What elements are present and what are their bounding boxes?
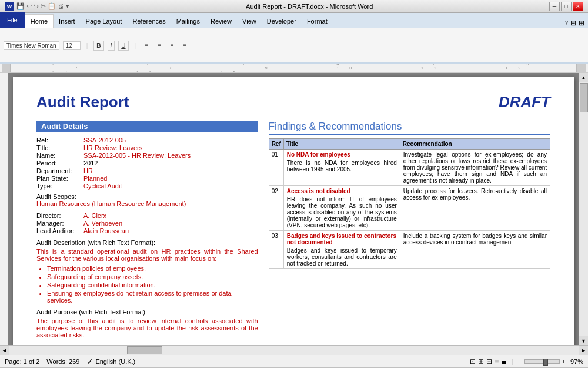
- finding-detail-02: HR does not inform IT of employees leavi…: [287, 196, 397, 228]
- view-btn-print[interactable]: ⊡: [470, 357, 476, 366]
- field-value-title: HR Review: Leavers: [83, 144, 142, 151]
- underline-btn[interactable]: U: [118, 41, 128, 51]
- app-icon: W: [5, 2, 14, 11]
- align-right-btn[interactable]: ≡: [168, 41, 177, 51]
- finding-title-text-02: Access is not disabled: [287, 188, 397, 194]
- table-row: 03 Badges and keys issued to contractors…: [269, 231, 550, 269]
- bold-btn[interactable]: B: [93, 41, 103, 51]
- zoom-level: 97%: [570, 358, 583, 365]
- bullet-3: Safeguarding confidential information.: [47, 281, 258, 289]
- close-button[interactable]: ✕: [573, 2, 583, 11]
- tab-insert[interactable]: Insert: [54, 15, 81, 28]
- scroll-down-btn[interactable]: ▼: [579, 336, 589, 345]
- lead-auditor-label: Lead Auditor:: [36, 227, 83, 234]
- align-left-btn[interactable]: ≡: [142, 41, 151, 51]
- align-center-btn[interactable]: ≡: [155, 41, 164, 51]
- field-value-name: SSA-2012-005 - HR Review: Leavers: [83, 152, 191, 159]
- tab-file[interactable]: File: [0, 12, 25, 28]
- zoom-slider[interactable]: [524, 359, 560, 364]
- scroll-left-btn[interactable]: ◄: [0, 346, 9, 355]
- language-indicator: ✓ English (U.K.): [86, 357, 135, 366]
- tab-developer[interactable]: Developer: [262, 15, 302, 28]
- findings-table: Ref Title Recommendation 01 No NDA for e…: [269, 138, 550, 269]
- doc-header: Audit Report DRAFT: [36, 93, 550, 111]
- scroll-up-btn[interactable]: ▲: [579, 73, 589, 82]
- field-name: Name: SSA-2012-005 - HR Review: Leavers: [36, 152, 258, 159]
- field-title: Title: HR Review: Leavers: [36, 144, 258, 151]
- tab-review[interactable]: Review: [205, 15, 237, 28]
- manager-value: A. Verhoeven: [83, 220, 122, 227]
- justify-btn[interactable]: ≡: [181, 41, 190, 51]
- tab-mailings[interactable]: Mailings: [171, 15, 205, 28]
- h-scrollbar: ◄ ►: [0, 345, 588, 354]
- right-scrollbar: ▲ ▼: [579, 73, 588, 345]
- doc-page: Audit Report DRAFT Audit Details Ref:: [13, 77, 574, 345]
- h-scroll-thumb[interactable]: [127, 346, 162, 354]
- ribbon-help: ? ⊟ ⊞: [565, 19, 588, 28]
- scroll-thumb[interactable]: [580, 83, 588, 112]
- manager-label: Manager:: [36, 220, 83, 227]
- field-dept: Department: HR: [36, 167, 258, 174]
- tab-references[interactable]: References: [127, 15, 171, 28]
- finding-title-text-01: No NDA for employees: [287, 151, 397, 158]
- tab-home[interactable]: Home: [25, 14, 54, 28]
- personnel-section: Director: A. Clerx Manager: A. Verhoeven…: [36, 212, 258, 234]
- manager-row: Manager: A. Verhoeven: [36, 220, 258, 227]
- status-left: Page: 1 of 2 Words: 269 ✓ English (U.K.): [5, 357, 135, 366]
- field-label-title: Title:: [36, 144, 83, 151]
- font-size[interactable]: 12: [63, 41, 81, 50]
- bullet-4: Ensuring ex-employees do not retain acce…: [47, 290, 258, 304]
- finding-title-01: No NDA for employees There is no NDA for…: [283, 150, 400, 186]
- view-btn-outline[interactable]: ≡: [495, 357, 499, 366]
- audit-purpose: Audit Purpose (with Rich Text Format): T…: [36, 309, 258, 339]
- field-period: Period: 2012: [36, 160, 258, 167]
- table-row: 01 No NDA for employees There is no NDA …: [269, 150, 550, 186]
- title-bar: W 💾 ↩ ↪ ✂ 📋 🖨 ▾ Audit Report - DRAFT.doc…: [0, 0, 588, 13]
- tab-view[interactable]: View: [237, 15, 262, 28]
- tab-format[interactable]: Format: [302, 15, 333, 28]
- tab-page-layout[interactable]: Page Layout: [81, 15, 128, 28]
- view-btn-web[interactable]: ⊟: [486, 357, 492, 366]
- scopes-label: Audit Scopes:: [36, 193, 258, 200]
- zoom-out-btn[interactable]: −: [518, 358, 522, 365]
- field-value-state: Planned: [83, 175, 107, 182]
- zoom-in-btn[interactable]: +: [562, 358, 566, 365]
- scroll-track[interactable]: [579, 82, 589, 336]
- view-btn-draft[interactable]: ≣: [501, 357, 507, 366]
- field-label-period: Period:: [36, 160, 83, 167]
- th-ref: Ref: [269, 139, 283, 150]
- scroll-right-btn[interactable]: ►: [579, 346, 588, 355]
- doc-title: Audit Report: [36, 93, 129, 111]
- minimize-button[interactable]: ─: [549, 2, 560, 11]
- window-title: Audit Report - DRAFT.docx - Microsoft Wo…: [69, 3, 549, 10]
- table-row: 02 Access is not disabled HR does not in…: [269, 186, 550, 231]
- finding-rec-02: Update process for leavers. Retro-active…: [400, 186, 550, 231]
- field-value-type: Cyclical Audit: [83, 183, 122, 190]
- ribbon-bar: Times New Roman 12 | B I U | ≡ ≡ ≡ ≡: [0, 28, 588, 64]
- field-label-state: Plan State:: [36, 175, 83, 182]
- finding-title-02: Access is not disabled HR does not infor…: [283, 186, 400, 231]
- finding-title-03: Badges and keys issued to contractors no…: [283, 231, 400, 269]
- lead-auditor-value: Alain Rousseau: [83, 227, 129, 234]
- director-value: A. Clerx: [83, 212, 106, 219]
- status-right: ⊡ ⊞ ⊟ ≡ ≣ | − + 97%: [470, 357, 583, 366]
- view-btn-full[interactable]: ⊞: [478, 357, 484, 366]
- field-value-ref: SSA-2012-005: [83, 137, 126, 144]
- findings-heading: Findings & Recommendations: [269, 121, 550, 135]
- h-scroll-track[interactable]: [9, 346, 579, 355]
- font-selector[interactable]: Times New Roman: [4, 41, 59, 50]
- director-label: Director:: [36, 212, 83, 219]
- field-label-ref: Ref:: [36, 137, 83, 144]
- bullet-1: Termination policies of employees.: [47, 265, 258, 272]
- page-indicator: Page: 1 of 2: [5, 358, 39, 365]
- finding-detail-03: Badges and keys issued to temporary work…: [287, 247, 397, 267]
- italic-btn[interactable]: I: [108, 41, 115, 51]
- doc-scroll[interactable]: Audit Report DRAFT Audit Details Ref:: [8, 73, 579, 345]
- field-state: Plan State: Planned: [36, 175, 258, 182]
- audit-description: Audit Description (with Rich Text Format…: [36, 239, 258, 304]
- bullet-2: Safeguarding of company assets.: [47, 273, 258, 280]
- left-ruler: [0, 73, 8, 345]
- maximize-button[interactable]: □: [561, 2, 572, 11]
- th-rec: Recommendation: [400, 139, 550, 150]
- doc-body: Audit Details Ref: SSA-2012-005 Title: H…: [36, 121, 550, 339]
